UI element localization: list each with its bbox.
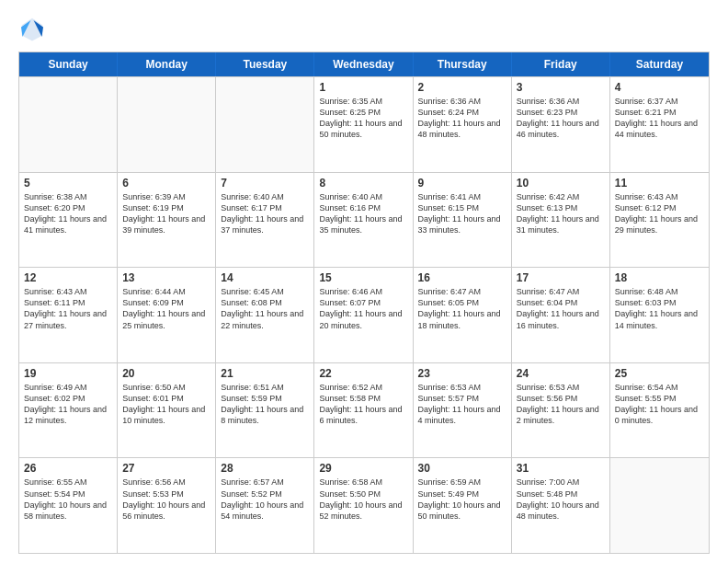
calendar-row-2: 5Sunrise: 6:38 AM Sunset: 6:20 PM Daylig…	[19, 172, 709, 268]
cell-info: Sunrise: 6:42 AM Sunset: 6:13 PM Dayligh…	[517, 191, 605, 236]
calendar-cell: 3Sunrise: 6:36 AM Sunset: 6:23 PM Daylig…	[512, 77, 610, 172]
cell-info: Sunrise: 6:46 AM Sunset: 6:07 PM Dayligh…	[319, 286, 407, 331]
calendar-cell: 29Sunrise: 6:58 AM Sunset: 5:50 PM Dayli…	[314, 458, 413, 553]
calendar-cell: 12Sunrise: 6:43 AM Sunset: 6:11 PM Dayli…	[19, 268, 118, 362]
cell-info: Sunrise: 6:41 AM Sunset: 6:15 PM Dayligh…	[418, 191, 506, 236]
calendar-row-1: 1Sunrise: 6:35 AM Sunset: 6:25 PM Daylig…	[19, 76, 709, 172]
cell-info: Sunrise: 6:51 AM Sunset: 5:59 PM Dayligh…	[221, 382, 309, 427]
day-number: 26	[24, 462, 112, 475]
day-number: 24	[517, 367, 605, 380]
calendar-cell: 11Sunrise: 6:43 AM Sunset: 6:12 PM Dayli…	[610, 173, 709, 268]
calendar-cell: 26Sunrise: 6:55 AM Sunset: 5:54 PM Dayli…	[19, 458, 118, 553]
day-number: 25	[615, 367, 704, 380]
calendar-cell: 4Sunrise: 6:37 AM Sunset: 6:21 PM Daylig…	[610, 77, 709, 172]
cell-info: Sunrise: 6:44 AM Sunset: 6:09 PM Dayligh…	[122, 286, 210, 331]
calendar-cell: 7Sunrise: 6:40 AM Sunset: 6:17 PM Daylig…	[216, 173, 314, 268]
day-number: 11	[615, 177, 704, 190]
cell-info: Sunrise: 6:43 AM Sunset: 6:11 PM Dayligh…	[24, 286, 112, 331]
day-number: 10	[517, 177, 605, 190]
cell-info: Sunrise: 6:55 AM Sunset: 5:54 PM Dayligh…	[24, 477, 112, 522]
calendar-cell: 8Sunrise: 6:40 AM Sunset: 6:16 PM Daylig…	[314, 173, 413, 268]
day-number: 23	[418, 367, 506, 380]
calendar-cell: 15Sunrise: 6:46 AM Sunset: 6:07 PM Dayli…	[314, 268, 413, 362]
calendar-cell: 22Sunrise: 6:52 AM Sunset: 5:58 PM Dayli…	[314, 363, 413, 458]
calendar-cell: 23Sunrise: 6:53 AM Sunset: 5:57 PM Dayli…	[414, 363, 512, 458]
calendar-cell	[118, 77, 216, 172]
day-number: 5	[24, 177, 112, 190]
calendar-cell: 24Sunrise: 6:53 AM Sunset: 5:56 PM Dayli…	[512, 363, 610, 458]
day-number: 15	[319, 271, 407, 284]
cell-info: Sunrise: 6:36 AM Sunset: 6:24 PM Dayligh…	[418, 96, 506, 141]
header-day-sunday: Sunday	[19, 52, 118, 76]
day-number: 18	[615, 271, 704, 284]
cell-info: Sunrise: 6:52 AM Sunset: 5:58 PM Dayligh…	[319, 382, 407, 427]
calendar: SundayMondayTuesdayWednesdayThursdayFrid…	[18, 52, 710, 554]
calendar-row-3: 12Sunrise: 6:43 AM Sunset: 6:11 PM Dayli…	[19, 267, 709, 362]
calendar-cell: 25Sunrise: 6:54 AM Sunset: 5:55 PM Dayli…	[610, 363, 709, 458]
logo-icon	[18, 15, 46, 42]
calendar-body: 1Sunrise: 6:35 AM Sunset: 6:25 PM Daylig…	[19, 76, 709, 553]
calendar-row-4: 19Sunrise: 6:49 AM Sunset: 6:02 PM Dayli…	[19, 362, 709, 458]
day-number: 29	[319, 462, 407, 475]
calendar-cell	[216, 77, 314, 172]
calendar-cell: 5Sunrise: 6:38 AM Sunset: 6:20 PM Daylig…	[19, 173, 118, 268]
calendar-cell: 20Sunrise: 6:50 AM Sunset: 6:01 PM Dayli…	[118, 363, 216, 458]
calendar-cell: 18Sunrise: 6:48 AM Sunset: 6:03 PM Dayli…	[610, 268, 709, 362]
day-number: 6	[122, 177, 210, 190]
day-number: 12	[24, 271, 112, 284]
day-number: 7	[221, 177, 309, 190]
header-day-thursday: Thursday	[414, 52, 512, 76]
cell-info: Sunrise: 6:49 AM Sunset: 6:02 PM Dayligh…	[24, 382, 112, 427]
cell-info: Sunrise: 6:35 AM Sunset: 6:25 PM Dayligh…	[319, 96, 407, 141]
calendar-cell: 14Sunrise: 6:45 AM Sunset: 6:08 PM Dayli…	[216, 268, 314, 362]
calendar-cell: 16Sunrise: 6:47 AM Sunset: 6:05 PM Dayli…	[414, 268, 512, 362]
calendar-row-5: 26Sunrise: 6:55 AM Sunset: 5:54 PM Dayli…	[19, 457, 709, 553]
cell-info: Sunrise: 6:39 AM Sunset: 6:19 PM Dayligh…	[122, 191, 210, 236]
calendar-cell: 31Sunrise: 7:00 AM Sunset: 5:48 PM Dayli…	[512, 458, 610, 553]
day-number: 9	[418, 177, 506, 190]
day-number: 4	[615, 81, 704, 94]
cell-info: Sunrise: 6:54 AM Sunset: 5:55 PM Dayligh…	[615, 382, 704, 427]
calendar-cell: 1Sunrise: 6:35 AM Sunset: 6:25 PM Daylig…	[314, 77, 413, 172]
day-number: 31	[517, 462, 605, 475]
cell-info: Sunrise: 6:36 AM Sunset: 6:23 PM Dayligh…	[517, 96, 605, 141]
day-number: 30	[418, 462, 506, 475]
header-day-wednesday: Wednesday	[314, 52, 413, 76]
header	[18, 15, 710, 42]
day-number: 21	[221, 367, 309, 380]
cell-info: Sunrise: 6:47 AM Sunset: 6:04 PM Dayligh…	[517, 286, 605, 331]
page: SundayMondayTuesdayWednesdayThursdayFrid…	[0, 0, 728, 563]
cell-info: Sunrise: 6:50 AM Sunset: 6:01 PM Dayligh…	[122, 382, 210, 427]
day-number: 22	[319, 367, 407, 380]
cell-info: Sunrise: 6:48 AM Sunset: 6:03 PM Dayligh…	[615, 286, 704, 331]
calendar-cell: 30Sunrise: 6:59 AM Sunset: 5:49 PM Dayli…	[414, 458, 512, 553]
day-number: 13	[122, 271, 210, 284]
cell-info: Sunrise: 6:53 AM Sunset: 5:57 PM Dayligh…	[418, 382, 506, 427]
header-day-tuesday: Tuesday	[216, 52, 314, 76]
day-number: 8	[319, 177, 407, 190]
calendar-cell: 17Sunrise: 6:47 AM Sunset: 6:04 PM Dayli…	[512, 268, 610, 362]
calendar-cell: 21Sunrise: 6:51 AM Sunset: 5:59 PM Dayli…	[216, 363, 314, 458]
cell-info: Sunrise: 6:38 AM Sunset: 6:20 PM Dayligh…	[24, 191, 112, 236]
calendar-cell: 9Sunrise: 6:41 AM Sunset: 6:15 PM Daylig…	[414, 173, 512, 268]
calendar-cell	[610, 458, 709, 553]
calendar-cell	[19, 77, 118, 172]
calendar-cell: 27Sunrise: 6:56 AM Sunset: 5:53 PM Dayli…	[118, 458, 216, 553]
cell-info: Sunrise: 6:57 AM Sunset: 5:52 PM Dayligh…	[221, 477, 309, 522]
header-day-monday: Monday	[118, 52, 216, 76]
day-number: 28	[221, 462, 309, 475]
cell-info: Sunrise: 6:37 AM Sunset: 6:21 PM Dayligh…	[615, 96, 704, 141]
day-number: 3	[517, 81, 605, 94]
cell-info: Sunrise: 6:45 AM Sunset: 6:08 PM Dayligh…	[221, 286, 309, 331]
day-number: 14	[221, 271, 309, 284]
calendar-cell: 28Sunrise: 6:57 AM Sunset: 5:52 PM Dayli…	[216, 458, 314, 553]
cell-info: Sunrise: 6:40 AM Sunset: 6:16 PM Dayligh…	[319, 191, 407, 236]
calendar-cell: 2Sunrise: 6:36 AM Sunset: 6:24 PM Daylig…	[414, 77, 512, 172]
day-number: 17	[517, 271, 605, 284]
cell-info: Sunrise: 6:58 AM Sunset: 5:50 PM Dayligh…	[319, 477, 407, 522]
cell-info: Sunrise: 6:43 AM Sunset: 6:12 PM Dayligh…	[615, 191, 704, 236]
day-number: 20	[122, 367, 210, 380]
cell-info: Sunrise: 6:40 AM Sunset: 6:17 PM Dayligh…	[221, 191, 309, 236]
day-number: 1	[319, 81, 407, 94]
header-day-saturday: Saturday	[610, 52, 709, 76]
